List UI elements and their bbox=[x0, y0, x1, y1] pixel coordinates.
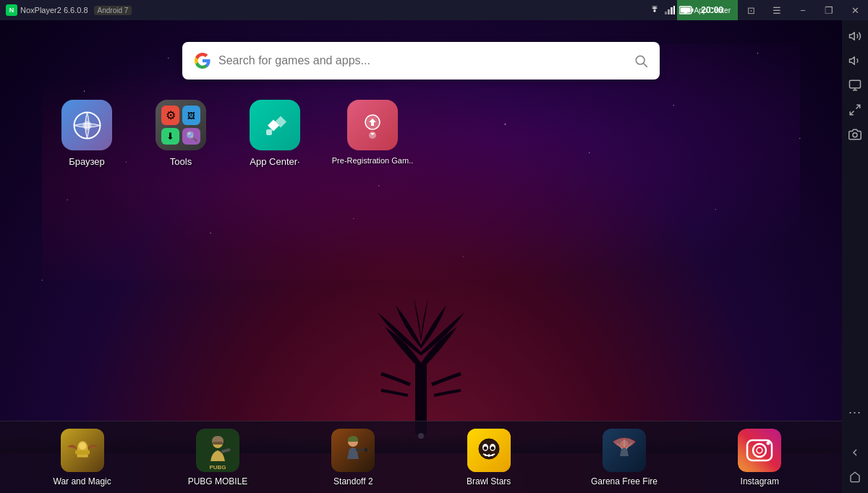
prereg-app-icon[interactable]: Pre-Registration Gam.. bbox=[340, 100, 405, 167]
war-and-magic-label: War and Magic bbox=[54, 476, 111, 486]
tools-icon-label: Tools bbox=[170, 156, 192, 167]
svg-rect-6 bbox=[681, 8, 691, 13]
clock-display: 20:00 bbox=[701, 5, 723, 15]
nav-home-button[interactable] bbox=[843, 466, 867, 489]
svg-point-16 bbox=[79, 442, 86, 450]
titlebar-logo: N NoxPlayer2 6.6.0.8 Android 7 bbox=[0, 4, 137, 16]
browser-app-icon[interactable]: Браузер bbox=[58, 100, 116, 167]
svg-point-30 bbox=[483, 446, 487, 450]
garena-icon bbox=[603, 429, 646, 472]
prereg-icon-image bbox=[347, 100, 398, 150]
taskbar: War and Magic PUBG PUBG MO bbox=[0, 421, 842, 493]
more-options-button[interactable]: ··· bbox=[843, 400, 867, 424]
browser-icon-image bbox=[61, 100, 112, 150]
svg-rect-47 bbox=[850, 80, 861, 88]
appcenter-icon-image bbox=[250, 100, 300, 150]
brawl-stars-icon bbox=[467, 429, 511, 472]
tools-icon-image: ⚙ 🖼 ⬇ 🔍 bbox=[156, 100, 206, 150]
search-input[interactable] bbox=[218, 54, 626, 67]
svg-rect-3 bbox=[673, 6, 675, 14]
resize-button[interactable] bbox=[843, 98, 867, 121]
settings-button[interactable]: ☰ bbox=[764, 0, 790, 20]
war-and-magic-taskbar-item[interactable]: War and Magic bbox=[43, 429, 122, 486]
desktop-icons: Браузер ⚙ 🖼 ⬇ 🔍 Tools bbox=[58, 100, 405, 167]
svg-point-11 bbox=[82, 121, 91, 129]
svg-text:PUBG: PUBG bbox=[209, 464, 226, 471]
signal-icon bbox=[665, 6, 675, 14]
standoff-taskbar-item[interactable]: Standoff 2 bbox=[313, 429, 393, 486]
svg-marker-45 bbox=[850, 33, 855, 40]
nox-logo-icon: N bbox=[6, 4, 17, 16]
garena-label: Garena Free Fire bbox=[591, 476, 658, 486]
tools-app-icon[interactable]: ⚙ 🖼 ⬇ 🔍 Tools bbox=[152, 100, 210, 167]
standoff-label: Standoff 2 bbox=[333, 476, 373, 486]
appcenter-icon-label: App Center· bbox=[250, 156, 299, 167]
svg-line-51 bbox=[850, 111, 854, 115]
browser-icon-label: Браузер bbox=[69, 156, 105, 167]
back-button[interactable]: ⊡ bbox=[738, 0, 764, 20]
right-sidebar: ··· bbox=[842, 20, 868, 493]
restore-button[interactable]: ❐ bbox=[816, 0, 842, 20]
display-button[interactable] bbox=[843, 74, 867, 97]
svg-point-44 bbox=[767, 441, 770, 445]
volume-up-button[interactable] bbox=[843, 25, 867, 48]
standoff-icon bbox=[331, 429, 375, 472]
android-area: Браузер ⚙ 🖼 ⬇ 🔍 Tools bbox=[0, 20, 842, 493]
window-controls: ⊡ ☰ − ❐ ✕ bbox=[738, 0, 868, 20]
minimize-button[interactable]: − bbox=[790, 0, 816, 20]
svg-rect-25 bbox=[365, 448, 367, 452]
title-bar: N NoxPlayer2 6.6.0.8 Android 7 20:00 ▶ A… bbox=[0, 0, 868, 20]
svg-rect-0 bbox=[665, 12, 667, 14]
brawl-stars-taskbar-item[interactable]: Brawl Stars bbox=[449, 429, 529, 486]
svg-rect-2 bbox=[671, 7, 673, 14]
prereg-icon-label: Pre-Registration Gam.. bbox=[332, 156, 413, 165]
search-icon bbox=[634, 53, 648, 68]
appcenter-app-icon[interactable]: App Center· bbox=[246, 100, 304, 167]
svg-rect-5 bbox=[692, 9, 694, 12]
wifi-icon bbox=[649, 6, 660, 14]
battery-icon bbox=[679, 6, 694, 14]
brawl-stars-label: Brawl Stars bbox=[467, 476, 511, 486]
instagram-icon bbox=[738, 429, 781, 472]
garena-taskbar-item[interactable]: Garena Free Fire bbox=[584, 429, 664, 486]
instagram-label: Instagram bbox=[741, 476, 779, 486]
search-bar[interactable] bbox=[182, 42, 660, 80]
svg-rect-12 bbox=[266, 129, 272, 135]
volume-down-button[interactable] bbox=[843, 49, 867, 72]
google-logo-icon bbox=[194, 52, 211, 69]
pubg-mobile-icon: PUBG bbox=[196, 429, 239, 472]
pubg-mobile-taskbar-item[interactable]: PUBG PUBG MOBILE bbox=[178, 429, 258, 486]
war-and-magic-icon bbox=[61, 429, 104, 472]
svg-point-52 bbox=[853, 133, 857, 137]
nav-back-button[interactable] bbox=[843, 441, 867, 464]
camera-button[interactable] bbox=[843, 123, 867, 146]
close-button[interactable]: ✕ bbox=[842, 0, 868, 20]
titlebar-appname: NoxPlayer2 6.6.0.8 bbox=[20, 6, 88, 14]
svg-rect-19 bbox=[213, 442, 223, 445]
svg-rect-40 bbox=[738, 429, 781, 472]
status-area: 20:00 bbox=[649, 0, 723, 20]
svg-rect-24 bbox=[356, 449, 366, 451]
svg-marker-46 bbox=[850, 57, 855, 65]
pubg-mobile-label: PUBG MOBILE bbox=[188, 476, 248, 486]
tree-silhouette bbox=[378, 291, 464, 435]
instagram-taskbar-item[interactable]: Instagram bbox=[720, 429, 799, 486]
svg-rect-1 bbox=[668, 9, 670, 14]
svg-point-31 bbox=[490, 446, 494, 450]
svg-line-9 bbox=[644, 64, 647, 67]
svg-line-50 bbox=[856, 105, 860, 108]
titlebar-android-badge: Android 7 bbox=[94, 6, 132, 15]
